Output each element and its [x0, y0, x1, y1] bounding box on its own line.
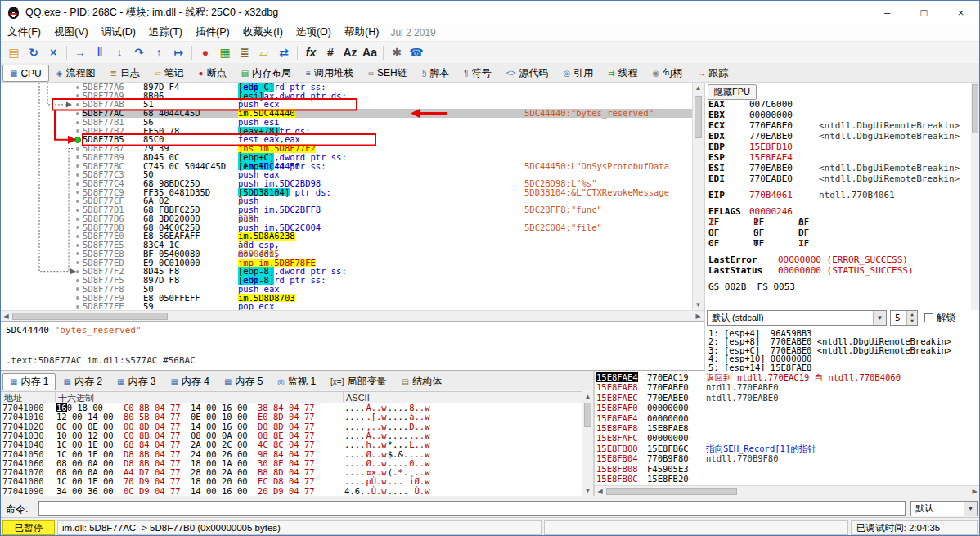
tab-handles[interactable]: ◉句柄: [645, 65, 690, 82]
instruction-dot[interactable]: [76, 252, 79, 255]
register-row[interactable]: EAX007C6000: [708, 99, 969, 110]
instruction-dot[interactable]: [76, 200, 79, 203]
registers-pane[interactable]: 隐藏FPU EAX007C6000EBX00000000ECX770EABE0<…: [705, 83, 980, 371]
phone-icon[interactable]: ☎: [407, 43, 425, 61]
tab-memory-2[interactable]: ▦内存 2: [56, 373, 109, 390]
command-profile-select[interactable]: 默认▼: [910, 501, 978, 516]
instruction-dot[interactable]: [76, 155, 79, 159]
step-out-icon[interactable]: ↑: [150, 43, 168, 61]
tab-memory-1[interactable]: ▦内存 1: [2, 373, 56, 390]
hash-icon[interactable]: #: [321, 43, 339, 61]
menu-item[interactable]: 调试(D): [95, 24, 142, 41]
tab-graph[interactable]: ◈流程图: [49, 65, 103, 82]
menu-item[interactable]: 追踪(T): [142, 24, 189, 41]
memory-map-icon[interactable]: ▦: [216, 43, 234, 61]
tab-memory-map[interactable]: ▤内存布局: [234, 65, 299, 82]
instruction-dot[interactable]: [76, 287, 79, 291]
disasm-row[interactable]: 5D8F77B98D45 0Clea eax,dword ptr ss:[ebp…: [1, 153, 692, 162]
stack-row[interactable]: 15E8FB08F45905E3: [595, 464, 980, 474]
log-icon[interactable]: ≣: [236, 43, 254, 61]
tab-seh-chain[interactable]: ∞SEH链: [361, 65, 415, 82]
tab-references[interactable]: ◎引用: [555, 65, 600, 82]
tab-call-stack[interactable]: ≡调用堆栈: [299, 65, 361, 82]
instruction-dot[interactable]: [76, 129, 79, 133]
stack-row[interactable]: 15E8FAE8770EABE0ntdll.770EABE0: [595, 382, 980, 392]
gear-icon[interactable]: ✱: [388, 43, 406, 61]
register-row[interactable]: EIP770B4061ntdll.770B4061: [708, 190, 969, 200]
maximize-button[interactable]: □: [906, 1, 942, 24]
disassembly-pane[interactable]: 5D8F77A6897D F4mov dword ptr ss:[ebp-C],…: [1, 83, 692, 310]
register-row[interactable]: CF 0TF 0IF 1: [708, 238, 969, 249]
goto-icon[interactable]: ⇄: [275, 43, 293, 61]
tab-memory-5[interactable]: ▦内存 5: [217, 373, 270, 390]
register-row[interactable]: ECX770EABE0<ntdll.DbgUiRemoteBreakin>: [708, 120, 969, 131]
run-icon[interactable]: →: [71, 43, 89, 61]
disasm-row[interactable]: 5D8F77E8BF 05400080mov edi,80004005: [1, 250, 692, 259]
instruction-dot[interactable]: [76, 279, 79, 282]
args-depth-spinner[interactable]: 5 ▲▼: [890, 310, 918, 326]
instruction-dot[interactable]: [76, 296, 79, 300]
case-icon[interactable]: Aa: [361, 43, 379, 61]
register-row[interactable]: EFLAGS00000246: [708, 206, 969, 217]
notes-icon[interactable]: ▱: [255, 43, 273, 61]
register-row[interactable]: EBP15E8FB10: [708, 142, 969, 152]
calling-convention-select[interactable]: 默认 (stdcall)▼: [707, 310, 887, 326]
hide-fpu-button[interactable]: 隐藏FPU: [708, 84, 757, 100]
instruction-dot[interactable]: [76, 209, 79, 212]
command-input[interactable]: [38, 501, 906, 516]
registers-scrollbar[interactable]: [971, 83, 980, 310]
tab-memory-4[interactable]: ▦内存 4: [163, 373, 216, 390]
close-button[interactable]: ×: [942, 1, 979, 24]
instruction-dot[interactable]: [76, 173, 79, 177]
instruction-dot[interactable]: [76, 261, 79, 264]
instruction-dot[interactable]: [76, 103, 79, 106]
instruction-dot[interactable]: [76, 226, 79, 229]
stack-row[interactable]: 15E8FAF400000000: [595, 413, 980, 423]
tab-script[interactable]: §脚本: [415, 65, 457, 82]
stack-row[interactable]: 15E8FAF000000000: [595, 403, 980, 412]
stack-row[interactable]: 15E8FAF815E8FAE8: [595, 423, 980, 433]
register-row[interactable]: LastStatus00000000 (STATUS_SUCCESS): [708, 265, 969, 276]
stack-pane[interactable]: 15E8FAE4770EAC19返回到 ntdll.770EAC19 自 ntd…: [595, 371, 980, 485]
minimize-button[interactable]: –: [869, 1, 906, 24]
register-row[interactable]: ESP15E8FAE4: [708, 152, 969, 163]
instruction-dot[interactable]: [76, 121, 79, 124]
instruction-dot[interactable]: [76, 182, 79, 186]
dump-vertical-scrollbar[interactable]: ▲ ▼: [582, 391, 593, 496]
menu-item[interactable]: 插件(P): [189, 24, 236, 41]
disasm-row[interactable]: 5D8F77F850push eax: [1, 285, 692, 294]
close-icon[interactable]: ×: [44, 43, 62, 61]
restart-icon[interactable]: ↻: [25, 43, 43, 61]
stack-row[interactable]: 15E8FB04770B9F80ntdll.770B9F80: [595, 453, 980, 463]
tab-watch-1[interactable]: ◎监视 1: [270, 373, 323, 390]
pause-icon[interactable]: ‖: [91, 43, 109, 61]
register-row[interactable]: OF 0SF 0DF 0: [708, 227, 969, 238]
instruction-dot[interactable]: [76, 164, 79, 168]
tab-notes[interactable]: ▱笔记: [147, 65, 191, 82]
dump-row[interactable]: 770410401C 00 1E 0068 84 04 772A 00 2C 0…: [1, 440, 582, 449]
register-row[interactable]: EDX770EABE0<ntdll.DbgUiRemoteBreakin>: [708, 131, 969, 142]
tab-cpu[interactable]: ▦CPU: [2, 65, 49, 82]
tab-struct[interactable]: ▤结构体: [394, 373, 449, 390]
register-row[interactable]: ESI770EABE0<ntdll.DbgUiRemoteBreakin>: [708, 163, 969, 173]
font-icon[interactable]: Az: [341, 43, 359, 61]
tab-symbols[interactable]: ¶符号: [456, 65, 498, 82]
breakpoints-icon[interactable]: ●: [196, 43, 214, 61]
disasm-vertical-scrollbar[interactable]: ▲ ▼: [692, 83, 704, 310]
tab-threads[interactable]: ⇉线程: [600, 65, 645, 82]
memory-dump-pane[interactable]: 7704100016 00 18 00C0 8B 04 7714 00 16 0…: [1, 403, 582, 496]
menu-item[interactable]: 文件(F): [1, 24, 47, 41]
dump-row[interactable]: 7704109034 00 36 000C D9 04 7714 00 16 0…: [1, 487, 582, 496]
disasm-horizontal-scrollbar[interactable]: ◀ ▶: [1, 310, 704, 321]
instruction-dot[interactable]: [76, 270, 79, 273]
tab-memory-3[interactable]: ▦内存 3: [110, 373, 163, 390]
open-file-icon[interactable]: ▤: [5, 43, 23, 61]
menu-item[interactable]: 收藏夹(I): [236, 24, 290, 41]
stack-horizontal-scrollbar[interactable]: ◀ ▶: [595, 485, 980, 496]
tab-source[interactable]: <>源代码: [499, 65, 556, 82]
stack-row[interactable]: 15E8FB0C15E8FB20: [595, 474, 980, 484]
instruction-dot[interactable]: [76, 305, 79, 309]
unlock-checkbox[interactable]: [924, 313, 933, 322]
argument-row[interactable]: 5: [esp+14] 15E8FAE8: [708, 363, 811, 371]
menu-item[interactable]: 帮助(H): [338, 24, 385, 41]
